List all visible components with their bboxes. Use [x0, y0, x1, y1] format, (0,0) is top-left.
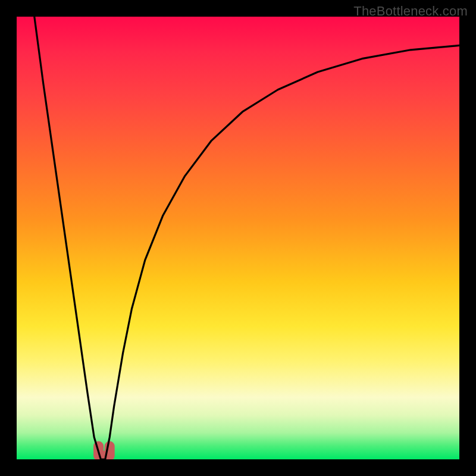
- bottleneck-curve-path: [35, 17, 459, 459]
- bottleneck-curve-svg: [17, 17, 459, 459]
- plot-area: [17, 17, 459, 459]
- chart-frame: TheBottleneck.com: [0, 0, 476, 476]
- watermark-text: TheBottleneck.com: [353, 4, 468, 19]
